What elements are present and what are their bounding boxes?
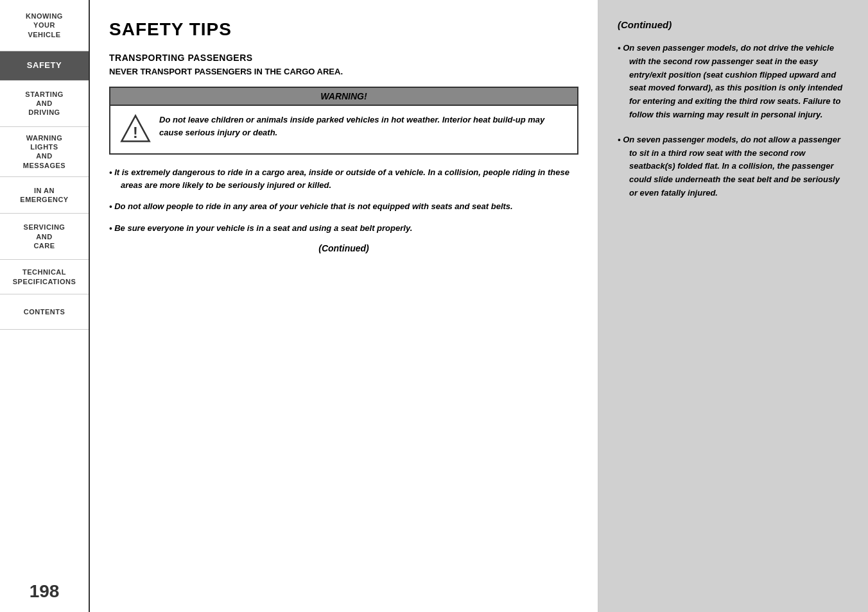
main-content: SAFETY TIPS TRANSPORTING PASSENGERS NEVE… xyxy=(90,0,868,612)
bullet-item-1: It is extremely dangerous to ride in a c… xyxy=(109,166,578,191)
sidebar-item-servicing-and-care[interactable]: SERVICING AND CARE xyxy=(0,214,89,260)
section-intro: NEVER TRANSPORT PASSENGERS IN THE CARGO … xyxy=(109,67,578,76)
sidebar-label-emergency: IN AN EMERGENCY xyxy=(20,187,68,203)
sidebar-item-starting-and-driving[interactable]: STARTING AND DRIVING xyxy=(0,81,89,127)
warning-triangle-icon: ! xyxy=(119,114,152,146)
sidebar-label-warning-lights: WARNING LIGHTS AND MESSAGES xyxy=(23,134,65,169)
left-column: SAFETY TIPS TRANSPORTING PASSENGERS NEVE… xyxy=(90,0,598,612)
warning-first-bullet: Do not leave children or animals inside … xyxy=(159,114,568,139)
right-continued: (Continued) xyxy=(618,19,849,30)
section-heading: TRANSPORTING PASSENGERS xyxy=(109,53,578,63)
sidebar-item-safety[interactable]: SAFETY xyxy=(0,51,89,81)
sidebar-label-technical: TECHNICAL SPECIFICATIONS xyxy=(13,268,76,285)
warning-header: WARNING! xyxy=(110,88,577,106)
svg-text:!: ! xyxy=(133,124,138,141)
warning-body: ! Do not leave children or animals insid… xyxy=(110,106,577,153)
sidebar-item-warning-lights[interactable]: WARNING LIGHTS AND MESSAGES xyxy=(0,127,89,177)
right-bullet-item-1: On seven passenger models, do not drive … xyxy=(618,42,849,122)
bullet-item-2: Do not allow people to ride in any area … xyxy=(109,200,578,213)
sidebar-item-technical-specifications[interactable]: TECHNICAL SPECIFICATIONS xyxy=(0,260,89,294)
sidebar-label-contents: CONTENTS xyxy=(24,308,65,316)
sidebar-label-knowing: KNOWING YOUR VEHICLE xyxy=(26,12,63,38)
right-column: (Continued) On seven passenger models, d… xyxy=(598,0,868,612)
page-title: SAFETY TIPS xyxy=(109,19,578,40)
sidebar-item-in-an-emergency[interactable]: IN AN EMERGENCY xyxy=(0,177,89,214)
bullet-item-3: Be sure everyone in your vehicle is in a… xyxy=(109,222,578,235)
sidebar-item-knowing-your-vehicle[interactable]: KNOWING YOUR VEHICLE xyxy=(0,0,89,51)
sidebar-label-starting: STARTING AND DRIVING xyxy=(25,90,63,117)
warning-box: WARNING! ! Do not leave children or anim… xyxy=(109,87,578,155)
sidebar-item-contents[interactable]: CONTENTS xyxy=(0,294,89,330)
right-bullet-item-2: On seven passenger models, do not allow … xyxy=(618,133,849,200)
left-continued: (Continued) xyxy=(109,243,578,253)
page-number: 198 xyxy=(0,571,89,612)
sidebar-label-servicing: SERVICING AND CARE xyxy=(24,223,65,250)
sidebar: KNOWING YOUR VEHICLE SAFETY STARTING AND… xyxy=(0,0,90,612)
sidebar-label-safety: SAFETY xyxy=(27,60,62,70)
